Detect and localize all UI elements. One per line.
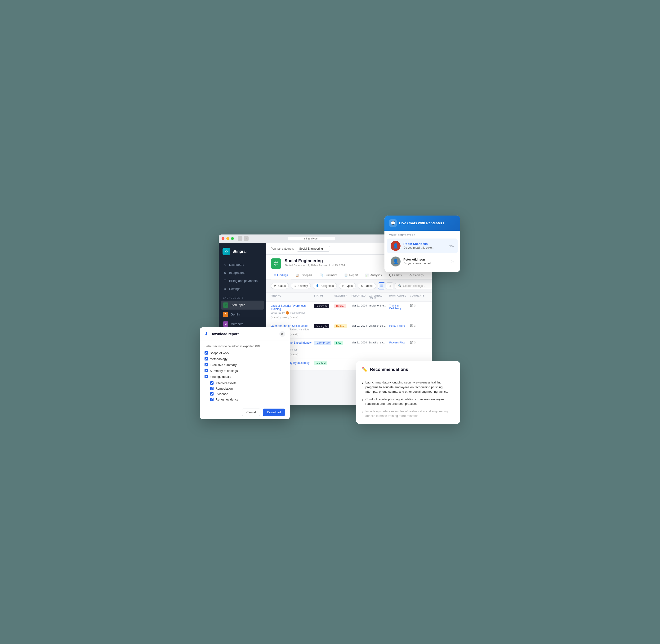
recommendations-panel: ✏️ Recommendations • Launch mandatory, o… xyxy=(356,361,460,424)
tab-settings[interactable]: ⚙ Settings xyxy=(406,272,427,279)
comment-icon-3: 💬 xyxy=(410,341,413,344)
status-cell-3: Ready to test xyxy=(314,341,334,345)
checkbox-remediation-input[interactable] xyxy=(210,387,214,390)
checkbox-remediation[interactable]: Remediation xyxy=(210,387,285,390)
sidebar-item-dashboard[interactable]: ⌂ Dashboard xyxy=(221,261,264,269)
url-bar[interactable]: stingrai.com xyxy=(288,237,335,240)
types-filter-button[interactable]: ◈ Types xyxy=(339,283,356,289)
sidebar-item-label: Integrations xyxy=(229,271,245,275)
checkbox-assets[interactable]: Affected assets xyxy=(210,381,285,385)
comments-cell-3: 💬 3 xyxy=(410,341,427,344)
assignees-filter-icon: 👤 xyxy=(316,284,319,287)
checkbox-evidence[interactable]: Evidence xyxy=(210,392,285,396)
logo: ◇ Stingrai xyxy=(219,248,266,261)
sidebar-item-settings[interactable]: ⚙ Settings xyxy=(221,285,264,293)
download-modal: ⬇ Download report ✕ Select sections to b… xyxy=(200,327,290,419)
checkbox-methodology-input[interactable] xyxy=(205,357,208,361)
th-reported: REPORTED xyxy=(352,294,369,300)
sidebar-item-billing[interactable]: ☰ Billing and payments xyxy=(221,277,264,285)
recommendations-title: Recommendations xyxy=(370,367,408,372)
recommendations-icon: ✏️ xyxy=(362,367,368,372)
finding-cell-1: Lack of Security Awareness Training st-6… xyxy=(271,304,314,319)
tab-summary[interactable]: 📄 Summary xyxy=(316,272,340,279)
engagements-label: ENGAGEMENTS xyxy=(219,293,266,301)
tab-findings[interactable]: ≡ Findings xyxy=(271,272,291,279)
sidebar-item-label: Dashboard xyxy=(229,263,244,267)
project-details: Social Engineering Started December 12, … xyxy=(285,258,384,267)
label-tag: Label xyxy=(271,316,279,319)
search-box[interactable]: 🔍 Search findings... xyxy=(395,283,432,289)
labels-filter-button[interactable]: 🏷 Labels xyxy=(358,283,376,289)
root-cause-link-2[interactable]: Policy Failure xyxy=(389,324,405,327)
logo-icon: ◇ xyxy=(222,248,230,255)
rec-bullet-3: • xyxy=(362,409,363,415)
grid-view-button[interactable]: ⊞ xyxy=(386,282,393,290)
checkbox-scope[interactable]: Scope of work xyxy=(205,351,285,355)
project-logo: piedpiper xyxy=(271,258,281,269)
tab-synopsis[interactable]: 📋 Synopsis xyxy=(292,272,315,279)
checkbox-findings[interactable]: Findings details xyxy=(205,375,285,378)
checkbox-assets-input[interactable] xyxy=(210,381,214,385)
assignees-filter-button[interactable]: 👤 Assignees xyxy=(313,283,337,289)
checkbox-executive-input[interactable] xyxy=(205,363,208,366)
engagement-label: Gemini xyxy=(231,313,240,316)
rootcause-cell-3: Process Flaw xyxy=(389,341,410,344)
cancel-button[interactable]: Cancel xyxy=(242,409,260,416)
minimize-button[interactable] xyxy=(226,237,229,240)
download-button[interactable]: Download xyxy=(263,409,285,416)
severity-badge-1: Critical xyxy=(334,304,346,308)
checkbox-retest[interactable]: Re-test evidence xyxy=(210,398,285,401)
severity-cell-3: Low xyxy=(334,341,352,345)
checkbox-summary[interactable]: Summary of findings xyxy=(205,369,285,373)
chat-item-peter[interactable]: 👤 Peter Atkinson Do you create the task … xyxy=(387,254,458,269)
checkbox-executive[interactable]: Executive summary xyxy=(205,363,285,367)
tab-chats[interactable]: 💬 Chats xyxy=(386,272,405,279)
forward-button[interactable]: › xyxy=(244,236,249,241)
close-button[interactable] xyxy=(221,237,225,240)
summary-tab-icon: 📄 xyxy=(320,274,323,277)
findings-tab-icon: ≡ xyxy=(274,274,276,277)
checkbox-summary-label: Summary of findings xyxy=(210,369,238,373)
engagement-pied-piper[interactable]: P Pied Piper xyxy=(221,301,264,309)
finding-link-2[interactable]: Over-sharing on Social Media xyxy=(271,324,314,327)
assignees-filter-label: Assignees xyxy=(321,284,334,288)
assignee-avatar-1: P xyxy=(286,311,289,315)
label-tag: Label xyxy=(290,316,298,319)
engagement-gemini[interactable]: G Gemini xyxy=(221,310,264,319)
modal-close-button[interactable]: ✕ xyxy=(279,331,285,337)
project-tabs: ≡ Findings 📋 Synopsis 📄 Summary 📑 xyxy=(271,272,427,279)
checkbox-evidence-input[interactable] xyxy=(210,392,214,395)
root-cause-link-1[interactable]: Training Deficiency xyxy=(389,304,410,310)
checkbox-methodology[interactable]: Methodology xyxy=(205,357,285,361)
chat-item-robin[interactable]: 👤 Robin Sherlocks Do you recall this tic… xyxy=(387,238,458,253)
table-header: FINDING STATUS SEVERITY REPORTED EXTERNA… xyxy=(266,292,432,302)
comment-count-3: 3 xyxy=(414,341,416,344)
severity-filter-button[interactable]: ◎ Severity xyxy=(291,283,311,289)
back-button[interactable]: ‹ xyxy=(238,236,242,241)
robin-avatar: 👤 xyxy=(391,241,401,251)
list-view-button[interactable]: ☰ xyxy=(378,282,385,290)
checkbox-retest-input[interactable] xyxy=(210,398,214,401)
checkbox-scope-input[interactable] xyxy=(205,351,208,354)
checkbox-summary-input[interactable] xyxy=(205,369,208,372)
engagement-metabeta[interactable]: M Metabeta xyxy=(221,320,264,328)
sidebar-item-integrations[interactable]: ↻ Integrations xyxy=(221,269,264,277)
tab-report[interactable]: 📑 Report xyxy=(341,272,361,279)
category-select[interactable]: Social Engineering xyxy=(297,246,330,252)
findings-toolbar: ⚑ Status ◎ Severity 👤 Assignees ◈ Types xyxy=(266,279,432,292)
category-select-wrapper[interactable]: Social Engineering xyxy=(297,246,330,252)
checkbox-sub-list: Affected assets Remediation Evidence Re-… xyxy=(205,381,285,401)
tab-analytics[interactable]: 📊 Analytics xyxy=(362,272,385,279)
root-cause-link-3[interactable]: Process Flaw xyxy=(389,341,405,344)
maximize-button[interactable] xyxy=(231,237,234,240)
checkbox-findings-input[interactable] xyxy=(205,375,208,378)
checkbox-scope-label: Scope of work xyxy=(210,351,229,355)
peter-info: Peter Atkinson Do you create the task t.… xyxy=(403,258,448,265)
finding-link-1[interactable]: Lack of Security Awareness Training xyxy=(271,304,314,311)
search-placeholder: Search findings... xyxy=(403,284,425,288)
project-dates: Started December 12, 2024 · Ends on Apri… xyxy=(285,264,384,267)
status-filter-button[interactable]: ⚑ Status xyxy=(271,283,289,289)
rec-item-1: • Launch mandatory, ongoing security awa… xyxy=(362,380,454,394)
analytics-tab-icon: 📊 xyxy=(365,274,369,277)
external-cell-1: Implement re... xyxy=(369,304,389,307)
